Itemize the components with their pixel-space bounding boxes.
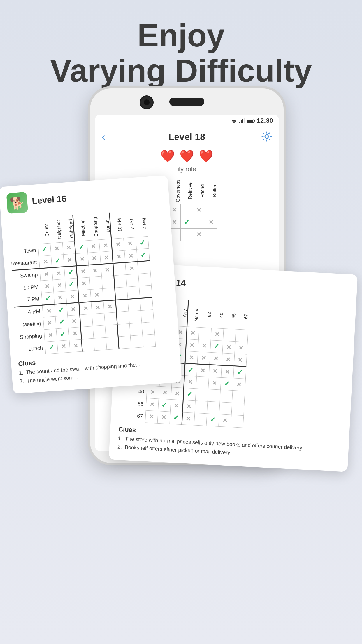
status-time: 12:30: [257, 117, 273, 125]
status-icons: 12:30: [231, 117, 273, 125]
svg-rect-3: [239, 122, 240, 123]
level16-icon: 🐕: [6, 192, 28, 214]
level16-grid: Count Neighbor Girlfriend Meeting Shoppi…: [8, 210, 156, 356]
level-title: Level 18: [168, 132, 205, 142]
wifi-icon: [231, 118, 238, 123]
card-level16: 🐕 Level 16 Count Neighbor Girlfriend Mee…: [0, 175, 182, 394]
col-friend: Friend: [193, 178, 205, 204]
header-line1: Enjoy: [0, 18, 362, 53]
header-line2: Varying Difficulty: [0, 53, 362, 88]
heart-3: ❤️: [199, 149, 213, 163]
phone-camera: [140, 95, 154, 109]
back-button[interactable]: ‹: [102, 131, 105, 143]
heart-2: ❤️: [180, 149, 194, 163]
clue-partial: ily role: [95, 165, 279, 175]
svg-rect-8: [254, 120, 255, 122]
battery-icon: [247, 118, 255, 123]
svg-rect-4: [241, 120, 242, 123]
settings-button[interactable]: [261, 131, 272, 143]
svg-point-10: [265, 135, 268, 138]
col-butler: Butler: [205, 178, 217, 204]
svg-rect-9: [247, 120, 253, 122]
heart-1: ❤️: [160, 149, 175, 163]
hearts-row: ❤️ ❤️ ❤️: [95, 147, 279, 165]
col-governess: Governess: [168, 178, 181, 204]
gear-icon: [261, 131, 272, 142]
level16-title: Level 16: [31, 194, 67, 206]
level14-clues: Clues 1. The store with normal prices se…: [117, 425, 341, 462]
signal-icon: [239, 118, 245, 123]
svg-rect-6: [244, 118, 245, 123]
svg-rect-5: [242, 119, 243, 123]
col-relative: Relative: [181, 178, 193, 204]
level16-clues: Clues 1. The count and the swa... with s…: [18, 349, 174, 385]
phone-speaker: [169, 98, 204, 106]
